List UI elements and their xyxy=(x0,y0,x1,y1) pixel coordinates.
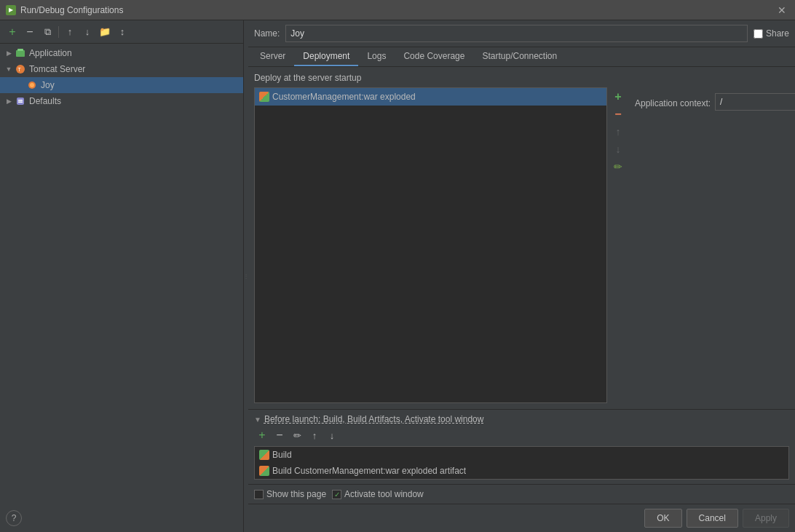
name-label: Name: xyxy=(254,28,280,39)
app-context-input[interactable] xyxy=(716,97,795,107)
activate-checkbox[interactable]: ✓ xyxy=(332,490,341,499)
tree-item-defaults[interactable]: ▶ Defaults xyxy=(0,93,243,109)
main-layout: + − ⧉ ↑ ↓ 📁 ↕ ▶ Application xyxy=(0,20,795,532)
tree-item-application-label: Application xyxy=(29,48,72,58)
before-launch-collapse[interactable]: ▼ xyxy=(254,416,261,424)
add-config-button[interactable]: + xyxy=(4,24,20,40)
copy-config-button[interactable]: ⧉ xyxy=(39,24,55,40)
sort-button[interactable]: ↕ xyxy=(114,24,130,40)
left-panel: + − ⧉ ↑ ↓ 📁 ↕ ▶ Application xyxy=(0,20,244,532)
build-icon-0 xyxy=(259,450,269,460)
defaults-icon xyxy=(15,95,26,107)
tabs-bar: Server Deployment Logs Code Coverage Sta… xyxy=(248,47,795,67)
svg-rect-6 xyxy=(17,98,24,105)
before-launch-toolbar: + − ✏ ↑ ↓ xyxy=(254,427,789,443)
app-context-label: Application context: xyxy=(635,95,711,108)
name-row: Name: Share xyxy=(248,20,795,47)
expand-tomcat[interactable]: ▼ xyxy=(3,63,15,75)
move-down-button[interactable]: ↓ xyxy=(79,24,95,40)
activate-label: Activate tool window xyxy=(344,489,424,499)
deploy-add-button[interactable]: + xyxy=(610,89,626,105)
deploy-header: Deploy at the server startup xyxy=(254,73,789,83)
right-panel: Name: Share Server Deployment Logs Code … xyxy=(248,20,795,532)
artifact-icon-before-launch xyxy=(259,466,269,476)
close-button[interactable]: ✕ xyxy=(775,3,789,17)
move-up-button[interactable]: ↑ xyxy=(62,24,78,40)
before-launch-add-btn[interactable]: + xyxy=(254,427,270,443)
deploy-item-label: CustomerManagement:war exploded xyxy=(272,92,416,102)
tab-startup-connection[interactable]: Startup/Connection xyxy=(473,47,566,66)
remove-config-button[interactable]: − xyxy=(22,24,38,40)
window-title: Run/Debug Configurations xyxy=(20,5,770,15)
tab-logs[interactable]: Logs xyxy=(358,47,395,66)
name-input[interactable] xyxy=(285,25,748,42)
share-checkbox[interactable] xyxy=(754,29,763,39)
deploy-item-0[interactable]: CustomerManagement:war exploded xyxy=(255,88,606,106)
before-launch-item-label-0: Build xyxy=(272,450,292,460)
activate-wrap: ✓ Activate tool window xyxy=(332,489,424,499)
tree-item-tomcat[interactable]: ▼ T Tomcat Server xyxy=(0,61,243,77)
svg-rect-0 xyxy=(16,50,25,57)
tree-item-joy[interactable]: Joy xyxy=(0,77,243,93)
deploy-move-down-button[interactable]: ↓ xyxy=(610,141,626,157)
tree-item-joy-label: Joy xyxy=(41,80,55,90)
tab-code-coverage[interactable]: Code Coverage xyxy=(395,47,473,66)
deployment-panel: Deploy at the server startup CustomerMan… xyxy=(248,67,795,409)
tree-item-defaults-label: Defaults xyxy=(29,96,61,106)
svg-rect-8 xyxy=(18,102,23,103)
deploy-sidebar-buttons: + − ↑ ↓ ✏ xyxy=(607,87,629,403)
before-launch-item-0[interactable]: Build xyxy=(255,447,788,463)
cancel-button[interactable]: Cancel xyxy=(687,509,738,528)
app-context-input-wrap: ▼ xyxy=(715,93,795,111)
show-page-wrap: Show this page xyxy=(254,489,326,499)
folder-button[interactable]: 📁 xyxy=(97,24,113,40)
artifact-icon xyxy=(259,92,269,102)
svg-rect-1 xyxy=(17,49,23,51)
before-launch-item-1[interactable]: Build CustomerManagement:war exploded ar… xyxy=(255,463,788,479)
tree-item-tomcat-label: Tomcat Server xyxy=(29,64,85,74)
share-label: Share xyxy=(766,28,789,39)
deploy-list: CustomerManagement:war exploded xyxy=(254,87,607,403)
deploy-area: CustomerManagement:war exploded + − ↑ ↓ … xyxy=(254,87,789,403)
ok-button[interactable]: OK xyxy=(644,509,681,528)
tab-deployment[interactable]: Deployment xyxy=(294,47,358,66)
before-launch-up-btn[interactable]: ↑ xyxy=(306,427,323,443)
expand-application[interactable]: ▶ xyxy=(3,47,15,59)
share-option: Share xyxy=(754,28,789,39)
before-launch-title: Before launch: Build, Build Artifacts, A… xyxy=(264,414,484,424)
app-context-section: Application context: ▼ xyxy=(629,87,789,403)
show-page-label: Show this page xyxy=(266,489,326,499)
tree-item-application[interactable]: ▶ Application xyxy=(0,45,243,61)
dialog-buttons: OK Cancel Apply xyxy=(248,504,795,532)
before-launch-edit-btn[interactable]: ✏ xyxy=(289,427,305,443)
config-tree: ▶ Application ▼ T Tomcat xyxy=(0,44,243,532)
toolbar-separator-1 xyxy=(58,26,59,38)
application-icon xyxy=(15,47,26,59)
before-launch-header: ▼ Before launch: Build, Build Artifacts,… xyxy=(254,414,789,424)
app-icon: ▶ xyxy=(6,5,16,15)
apply-button[interactable]: Apply xyxy=(743,509,789,528)
expand-defaults[interactable]: ▶ xyxy=(3,95,15,107)
before-launch-down-btn[interactable]: ↓ xyxy=(324,427,340,443)
deploy-move-up-button[interactable]: ↑ xyxy=(610,124,626,140)
svg-point-5 xyxy=(30,83,34,87)
tab-server[interactable]: Server xyxy=(251,47,294,66)
svg-text:T: T xyxy=(18,67,22,72)
svg-rect-7 xyxy=(18,100,23,101)
bottom-options: Show this page ✓ Activate tool window xyxy=(248,484,795,504)
before-launch-item-label-1: Build CustomerManagement:war exploded ar… xyxy=(272,466,466,476)
before-launch-remove-btn[interactable]: − xyxy=(272,427,288,443)
before-launch-section: ▼ Before launch: Build, Build Artifacts,… xyxy=(248,409,795,484)
show-page-checkbox[interactable] xyxy=(254,490,264,499)
tomcat-icon: T xyxy=(15,63,26,75)
tree-toolbar: + − ⧉ ↑ ↓ 📁 ↕ xyxy=(0,20,243,44)
before-launch-list: Build Build CustomerManagement:war explo… xyxy=(254,446,789,480)
deploy-remove-button[interactable]: − xyxy=(610,106,626,122)
joy-icon xyxy=(26,79,38,91)
help-button[interactable]: ? xyxy=(6,510,22,526)
title-bar: ▶ Run/Debug Configurations ✕ xyxy=(0,0,795,20)
deploy-edit-button[interactable]: ✏ xyxy=(610,159,626,175)
